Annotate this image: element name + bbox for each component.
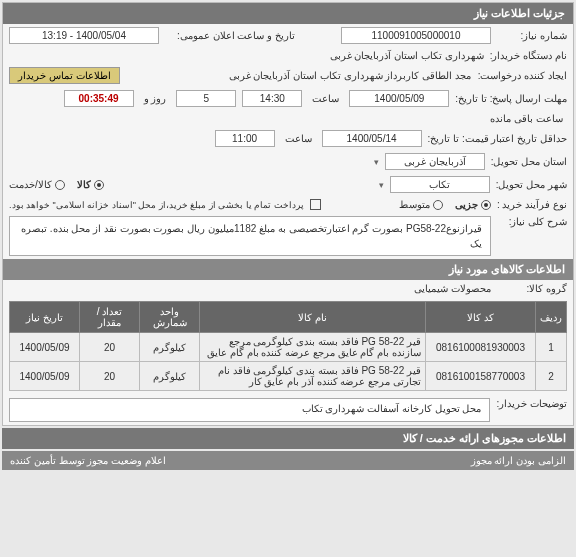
deadline-date: 1400/05/09: [349, 90, 449, 107]
validity-date: 1400/05/14: [322, 130, 422, 147]
province-label: استان محل تحویل:: [491, 156, 567, 167]
cell-code: 0816100158770003: [426, 362, 536, 391]
creator-label: ایجاد کننده درخواست:: [477, 70, 567, 81]
summary-label: شرح کلی نیاز:: [497, 216, 567, 227]
radio-dot-icon: [433, 200, 443, 210]
group-label: گروه کالا:: [497, 283, 567, 294]
cell-unit: کیلوگرم: [140, 333, 200, 362]
contact-buyer-button[interactable]: اطلاعات تماس خریدار: [9, 67, 120, 84]
buyer-org-value: شهرداری تکاب استان آذربایجان غربی: [330, 50, 484, 61]
cell-name: قیر PG 58-22 فاقد بسته بندی کیلوگرمی فاق…: [200, 362, 426, 391]
city-label: شهر محل تحویل:: [496, 179, 567, 190]
buy-type-label: نوع فرآیند خرید :: [497, 199, 567, 210]
buyer-notes-text: محل تحویل کارخانه آسفالت شهرداری تکاب: [9, 398, 490, 422]
deadline-days: 5: [176, 90, 236, 107]
chevron-down-icon: ▾: [374, 157, 379, 167]
validity-time-label: ساعت: [285, 133, 312, 144]
cell-date: 1400/05/09: [10, 333, 80, 362]
announce-value: 1400/05/04 - 13:19: [9, 27, 159, 44]
footer-right: الزامی بودن ارائه مجوز: [471, 455, 566, 466]
th-unit: واحد شمارش: [140, 302, 200, 333]
th-qty: تعداد / مقدار: [80, 302, 140, 333]
deadline-time: 14:30: [242, 90, 302, 107]
need-no-value: 1100091005000010: [341, 27, 491, 44]
summary-text: قیرازنوعPG58-22 بصورت گرم اعتبارتخصیصی ب…: [9, 216, 491, 256]
validity-time: 11:00: [215, 130, 275, 147]
pay-note-text: پرداخت تمام یا بخشی از مبلغ خرید،از محل …: [9, 200, 304, 210]
chevron-down-icon: ▾: [379, 180, 384, 190]
footer-left: اعلام وضعیت مجوز توسط تأمین کننده: [10, 455, 166, 466]
treasury-checkbox[interactable]: [310, 199, 321, 210]
remain-label: ساعت باقی مانده: [490, 113, 563, 124]
th-code: کد کالا: [426, 302, 536, 333]
buy-process-radio[interactable]: جزیی متوسط: [399, 199, 491, 210]
buyer-org-label: نام دستگاه خریدار:: [490, 50, 567, 61]
radio-dot-icon: [94, 180, 104, 190]
cell-idx: 1: [536, 333, 567, 362]
table-row: 10816100081930003قیر PG 58-22 فاقد بسته …: [10, 333, 567, 362]
th-name: نام کالا: [200, 302, 426, 333]
deadline-days-label: روز و: [144, 93, 167, 104]
permits-header: اطلاعات مجوزهای ارائه خدمت / کالا: [2, 428, 574, 449]
group-value: محصولات شیمیایی: [414, 283, 491, 294]
buyer-notes-label: توضیحات خریدار:: [496, 398, 567, 409]
cell-qty: 20: [80, 333, 140, 362]
th-idx: ردیف: [536, 302, 567, 333]
cell-idx: 2: [536, 362, 567, 391]
creator-value: مجد الطاقی کاربرداز شهرداری تکاب استان آ…: [229, 70, 471, 81]
goods-service-radio[interactable]: کالا کالا/خدمت: [9, 179, 104, 190]
goods-table: ردیف کد کالا نام کالا واحد شمارش تعداد /…: [9, 301, 567, 391]
deadline-time-label: ساعت: [312, 93, 339, 104]
province-value: آذربایجان غربی: [385, 153, 485, 170]
countdown-timer: 00:35:49: [64, 90, 134, 107]
cell-name: قیر PG 58-22 فاقد بسته بندی کیلوگرمی مرج…: [200, 333, 426, 362]
announce-label: تاریخ و ساعت اعلان عمومی:: [165, 30, 295, 41]
radio-dot-icon: [55, 180, 65, 190]
cell-unit: کیلوگرم: [140, 362, 200, 391]
validity-label: حداقل تاریخ اعتبار قیمت: تا تاریخ:: [428, 133, 567, 144]
deadline-label: مهلت ارسال پاسخ: تا تاریخ:: [455, 93, 567, 104]
cell-date: 1400/05/09: [10, 362, 80, 391]
th-date: تاریخ نیاز: [10, 302, 80, 333]
details-header: جزئیات اطلاعات نیاز: [3, 3, 573, 24]
city-value: تکاب: [390, 176, 490, 193]
goods-header: اطلاعات کالاهای مورد نیاز: [3, 259, 573, 280]
radio-dot-icon: [481, 200, 491, 210]
permits-subheader: الزامی بودن ارائه مجوز اعلام وضعیت مجوز …: [2, 451, 574, 470]
cell-code: 0816100081930003: [426, 333, 536, 362]
table-row: 20816100158770003قیر PG 58-22 فاقد بسته …: [10, 362, 567, 391]
need-no-label: شماره نیاز:: [497, 30, 567, 41]
cell-qty: 20: [80, 362, 140, 391]
